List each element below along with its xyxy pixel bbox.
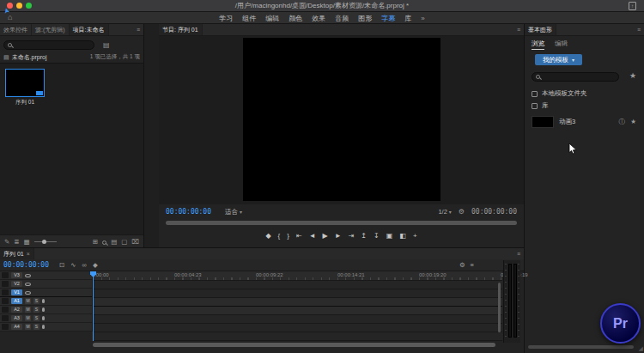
track-lane-a4[interactable] [93,332,502,341]
icon-view-icon[interactable]: ▦ [24,238,30,246]
settings-wrench-icon[interactable]: ⚙ [459,208,465,216]
voiceover-record-icon[interactable] [42,316,45,320]
mute-button[interactable]: M [25,298,31,304]
video-track-row-v2[interactable]: V2 [0,280,92,289]
comparison-view-button[interactable]: ◧ [399,232,406,240]
source-patch-cell[interactable] [2,289,9,295]
subtab-browse[interactable]: 浏览 [532,40,544,50]
step-back-button[interactable]: ◄ [309,232,316,240]
mute-button[interactable]: M [25,324,31,330]
playhead[interactable] [93,271,94,341]
mute-button[interactable]: M [25,307,31,313]
close-icon[interactable]: × [27,251,30,257]
eg-horizontal-scrollbar[interactable] [528,345,634,349]
favorites-star-icon[interactable]: ★ [629,71,636,80]
playback-resolution-select[interactable]: 1/2 ▾ [438,208,451,216]
toggle-track-output-icon[interactable] [25,274,31,277]
track-target-a3[interactable]: A3 [11,315,22,321]
play-button[interactable]: ▶ [323,232,328,240]
info-icon[interactable]: ⓘ [619,118,626,126]
track-lane-v2[interactable] [93,289,502,298]
workspace-tab-graphics[interactable]: 图形 [358,14,372,23]
star-icon[interactable]: ★ [630,118,636,125]
workspace-tab-learning[interactable]: 学习 [219,14,233,23]
go-to-in-button[interactable]: ⇤ [296,232,302,240]
project-item-sequence[interactable]: 序列 01 [5,69,45,107]
workspace-tab-effects[interactable]: 效果 [312,14,325,23]
timeline-horizontal-scrollbar[interactable] [93,343,495,347]
source-patch-cell[interactable] [2,281,9,287]
voiceover-record-icon[interactable] [42,325,45,329]
add-marker-icon[interactable]: ◆ [93,261,98,269]
share-icon[interactable]: ↑ [629,2,636,10]
tab-project[interactable]: 项目:未命名 [70,24,109,35]
clear-trash-icon[interactable]: ⌧ [131,238,139,246]
go-to-out-button[interactable]: ⇥ [349,232,355,240]
filter-bin-icon[interactable]: ▤ [103,41,110,49]
timeline-settings-icon[interactable]: ⚙ [459,261,465,269]
lift-button[interactable]: ↥ [361,232,367,240]
workspace-tab-assembly[interactable]: 组件 [242,14,256,23]
extract-button[interactable]: ↧ [374,232,380,240]
video-track-row-v1[interactable]: V1 [0,289,92,297]
export-frame-button[interactable]: ▣ [386,232,393,240]
project-search-input[interactable] [3,40,94,50]
track-lane-a1[interactable] [93,307,502,315]
sequence-thumbnail[interactable] [5,69,45,97]
zoom-slider-knob[interactable] [42,240,46,244]
track-target-a2[interactable]: A2 [11,307,22,313]
track-target-v1[interactable]: V1 [11,289,22,295]
step-forward-button[interactable]: ► [335,232,342,240]
program-video-frame[interactable] [243,38,440,201]
tab-program-monitor[interactable]: 节目: 序列 01 [159,24,203,35]
toggle-track-output-icon[interactable] [25,283,31,286]
panel-menu-icon[interactable]: ≡ [513,248,524,259]
workspace-tab-editing[interactable]: 编辑 [265,14,279,23]
workspace-tab-audio[interactable]: 音频 [335,14,349,23]
program-current-timecode[interactable]: 00:00:00:00 [166,208,211,216]
linked-selection-icon[interactable]: ∞ [82,261,87,269]
subtab-edit[interactable]: 编辑 [555,40,568,50]
solo-button[interactable]: S [33,315,39,321]
zoom-window-button[interactable] [26,3,32,9]
mark-in-button[interactable]: { [278,232,281,240]
track-lane-a3[interactable] [93,324,502,332]
templates-search-input[interactable] [532,72,619,82]
track-target-a1[interactable]: A1 [11,298,22,304]
panel-menu-icon[interactable]: ≡ [133,24,143,35]
audio-track-row-a3[interactable]: A3 M S [0,314,92,323]
video-track-row-v3[interactable]: V3 [0,271,92,280]
read-write-toggle-icon[interactable]: ✎ [4,238,9,246]
snap-toggle-icon[interactable]: ∿ [70,261,76,269]
solo-button[interactable]: S [33,298,39,304]
tab-effect-controls[interactable]: 效果控件 [0,24,32,35]
zoom-slider[interactable] [34,241,57,242]
audio-track-row-a2[interactable]: A2 M S [0,306,92,314]
automate-to-sequence-icon[interactable]: ⊞ [93,238,98,246]
local-templates-checkbox[interactable]: 本地模板文件夹 [532,89,587,98]
workspace-overflow-icon[interactable]: » [421,15,424,22]
voiceover-record-icon[interactable] [42,299,45,303]
list-view-icon[interactable]: ≣ [14,238,19,246]
program-zoom-scrollbar[interactable] [166,221,517,225]
tab-source-monitor[interactable]: 源:(无剪辑) [32,24,70,35]
source-patch-cell[interactable] [2,315,9,321]
find-icon[interactable] [102,240,106,245]
audio-track-row-a4[interactable]: A4 M S [0,323,92,332]
premiere-dock-icon[interactable]: Pr [600,303,641,344]
workspace-tab-color[interactable]: 颜色 [289,14,302,23]
nest-insert-toggle-icon[interactable]: ⊡ [59,261,64,269]
track-lane-v1[interactable] [93,298,502,307]
timeline-vertical-scrollbar[interactable] [498,283,501,332]
tab-sequence[interactable]: 序列 01× [0,248,34,259]
track-target-v2[interactable]: V2 [11,281,22,287]
source-patch-cell[interactable] [2,272,9,278]
track-lane-a2[interactable] [93,315,502,324]
project-file-name[interactable]: 未命名.prproj [12,53,47,62]
add-marker-button[interactable]: ◆ [265,232,270,240]
new-item-icon[interactable]: ▢ [121,238,127,246]
sequence-label[interactable]: 序列 01 [5,99,45,107]
solo-button[interactable]: S [33,324,39,330]
solo-button[interactable]: S [33,307,39,313]
new-bin-icon[interactable]: ▤ [111,238,117,246]
